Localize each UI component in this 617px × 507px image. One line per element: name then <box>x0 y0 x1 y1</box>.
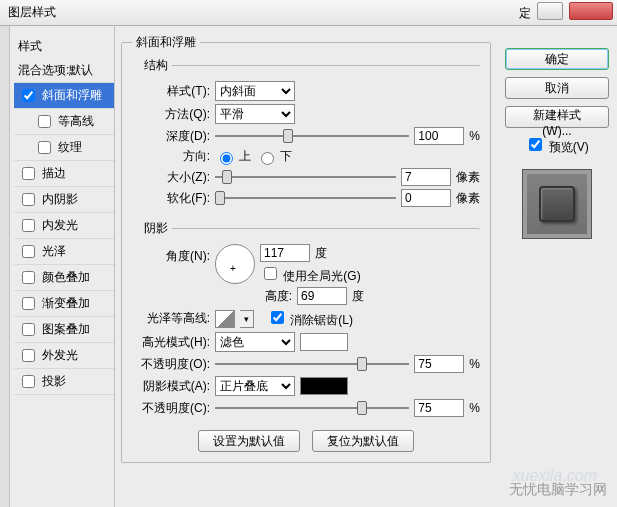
style-item-9[interactable]: 渐变叠加 <box>14 291 114 317</box>
style-item-checkbox[interactable] <box>22 349 35 362</box>
cancel-button[interactable]: 取消 <box>505 77 609 99</box>
style-item-label: 图案叠加 <box>42 321 90 338</box>
style-item-12[interactable]: 投影 <box>14 369 114 395</box>
unit-percent: % <box>469 357 480 371</box>
style-item-checkbox[interactable] <box>22 167 35 180</box>
title-bar: 图层样式 定 <box>0 0 617 26</box>
unit-deg: 度 <box>352 288 364 305</box>
style-item-label: 等高线 <box>58 113 94 130</box>
style-item-checkbox[interactable] <box>22 271 35 284</box>
style-item-label: 投影 <box>42 373 66 390</box>
direction-label: 方向: <box>140 148 210 165</box>
angle-dial[interactable]: + <box>215 244 255 284</box>
unit-percent: % <box>469 129 480 143</box>
panel-title: 斜面和浮雕 <box>132 34 200 51</box>
unit-px: 像素 <box>456 169 480 186</box>
gloss-contour-dropdown[interactable]: ▾ <box>240 310 254 328</box>
style-item-label: 渐变叠加 <box>42 295 90 312</box>
altitude-label: 高度: <box>260 288 292 305</box>
style-item-5[interactable]: 内阴影 <box>14 187 114 213</box>
highlight-mode-label: 高光模式(H): <box>140 334 210 351</box>
soften-slider[interactable] <box>215 190 396 206</box>
style-item-label: 描边 <box>42 165 66 182</box>
style-item-label: 外发光 <box>42 347 78 364</box>
angle-label: 角度(N): <box>140 244 210 265</box>
shadow-opacity-slider[interactable] <box>215 400 409 416</box>
unit-percent: % <box>469 401 480 415</box>
depth-label: 深度(D): <box>140 128 210 145</box>
structure-legend: 结构 <box>140 57 172 74</box>
style-item-checkbox[interactable] <box>22 219 35 232</box>
style-item-checkbox[interactable] <box>22 245 35 258</box>
method-select[interactable]: 平滑 <box>215 104 295 124</box>
direction-up-radio[interactable]: 上 <box>215 148 251 165</box>
altitude-input[interactable] <box>297 287 347 305</box>
style-item-8[interactable]: 颜色叠加 <box>14 265 114 291</box>
new-style-button[interactable]: 新建样式(W)... <box>505 106 609 128</box>
shadow-opacity-label: 不透明度(C): <box>140 400 210 417</box>
ok-button[interactable]: 确定 <box>505 48 609 70</box>
style-item-label: 光泽 <box>42 243 66 260</box>
depth-input[interactable] <box>414 127 464 145</box>
highlight-opacity-slider[interactable] <box>215 356 409 372</box>
style-item-checkbox[interactable] <box>38 115 51 128</box>
unit-deg: 度 <box>315 245 327 262</box>
size-label: 大小(Z): <box>140 169 210 186</box>
structure-group: 结构 样式(T): 内斜面 方法(Q): 平滑 深度(D): % 方向: <box>140 57 480 214</box>
preview-checkbox[interactable]: 预览(V) <box>525 135 588 156</box>
style-item-10[interactable]: 图案叠加 <box>14 317 114 343</box>
antialias-checkbox[interactable]: 消除锯齿(L) <box>267 308 353 329</box>
style-item-1[interactable]: 斜面和浮雕 <box>14 83 114 109</box>
depth-slider[interactable] <box>215 128 409 144</box>
window-button[interactable] <box>537 2 563 20</box>
direction-down-radio[interactable]: 下 <box>256 148 292 165</box>
highlight-mode-select[interactable]: 滤色 <box>215 332 295 352</box>
shading-group: 阴影 角度(N): + 度 使用全局光(G) 高度: <box>140 220 480 424</box>
style-item-checkbox[interactable] <box>22 297 35 310</box>
preview-swatch <box>522 169 592 239</box>
soften-input[interactable] <box>401 189 451 207</box>
style-item-label: 内阴影 <box>42 191 78 208</box>
style-item-7[interactable]: 光泽 <box>14 239 114 265</box>
shadow-opacity-input[interactable] <box>414 399 464 417</box>
style-list: 样式 混合选项:默认斜面和浮雕等高线纹理描边内阴影内发光光泽颜色叠加渐变叠加图案… <box>10 26 115 507</box>
style-item-label: 斜面和浮雕 <box>42 87 102 104</box>
size-slider[interactable] <box>215 169 396 185</box>
style-item-2[interactable]: 等高线 <box>14 109 114 135</box>
style-item-label: 纹理 <box>58 139 82 156</box>
make-default-button[interactable]: 设置为默认值 <box>198 430 300 452</box>
style-item-checkbox[interactable] <box>22 89 35 102</box>
window-close-button[interactable] <box>569 2 613 20</box>
unit-px: 像素 <box>456 190 480 207</box>
titlebar-extra: 定 <box>519 5 531 22</box>
soften-label: 软化(F): <box>140 190 210 207</box>
style-item-4[interactable]: 描边 <box>14 161 114 187</box>
gloss-contour-swatch[interactable] <box>215 310 235 328</box>
highlight-color[interactable] <box>300 333 348 351</box>
style-item-checkbox[interactable] <box>22 323 35 336</box>
highlight-opacity-input[interactable] <box>414 355 464 373</box>
style-item-label: 内发光 <box>42 217 78 234</box>
watermark-text: 无忧电脑学习网 <box>509 481 607 499</box>
angle-input[interactable] <box>260 244 310 262</box>
style-item-checkbox[interactable] <box>22 193 35 206</box>
style-item-3[interactable]: 纹理 <box>14 135 114 161</box>
style-item-checkbox[interactable] <box>38 141 51 154</box>
reset-default-button[interactable]: 复位为默认值 <box>312 430 414 452</box>
shading-legend: 阴影 <box>140 220 172 237</box>
shadow-mode-select[interactable]: 正片叠底 <box>215 376 295 396</box>
dialog-body: 样式 混合选项:默认斜面和浮雕等高线纹理描边内阴影内发光光泽颜色叠加渐变叠加图案… <box>0 26 617 507</box>
gloss-contour-label: 光泽等高线: <box>140 310 210 327</box>
style-item-6[interactable]: 内发光 <box>14 213 114 239</box>
style-item-checkbox[interactable] <box>22 375 35 388</box>
style-item-0[interactable]: 混合选项:默认 <box>14 59 114 83</box>
size-input[interactable] <box>401 168 451 186</box>
global-light-checkbox[interactable]: 使用全局光(G) <box>260 264 361 285</box>
style-item-11[interactable]: 外发光 <box>14 343 114 369</box>
style-select[interactable]: 内斜面 <box>215 81 295 101</box>
window-title: 图层样式 <box>8 4 56 21</box>
bevel-panel: 斜面和浮雕 结构 样式(T): 内斜面 方法(Q): 平滑 深度(D): % <box>121 34 491 463</box>
highlight-opacity-label: 不透明度(O): <box>140 356 210 373</box>
shadow-color[interactable] <box>300 377 348 395</box>
style-list-header: 样式 <box>14 36 114 59</box>
